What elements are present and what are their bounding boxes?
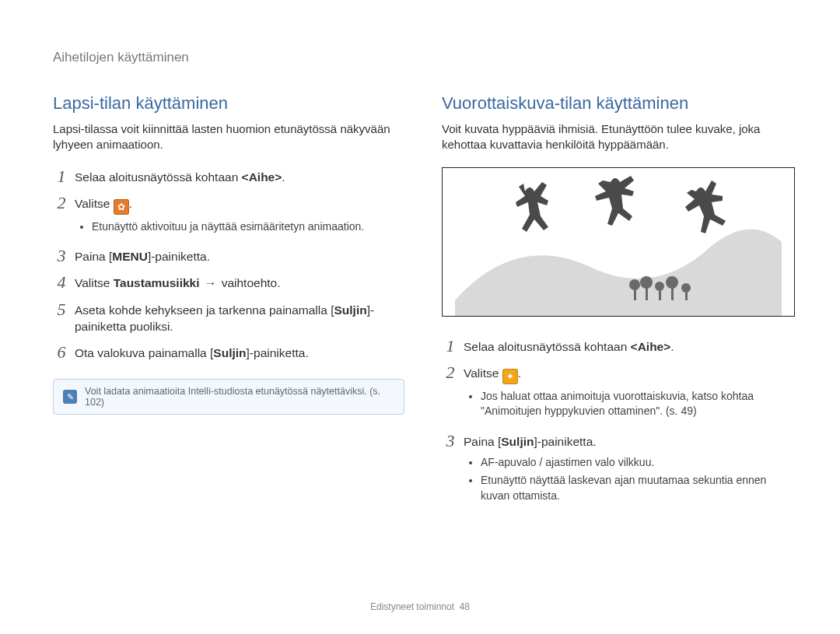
steps-list-right: 1 Selaa aloitusnäytössä kohtaan <Aihe>. … xyxy=(442,337,793,509)
step-text: Ota valokuva painamalla [Suljin]-painike… xyxy=(75,343,309,362)
step-text: Paina [MENU]-painiketta. xyxy=(75,247,210,265)
step-text-bold: <Aihe> xyxy=(242,170,282,184)
step: 2 Valitse ✦. Jos haluat ottaa animoituja… xyxy=(442,363,793,424)
step-number: 6 xyxy=(53,343,70,362)
svg-point-8 xyxy=(666,276,678,289)
section-lead-right: Voit kuvata hyppääviä ihmisiä. Etunäyttö… xyxy=(442,121,793,153)
page-footer: Edistyneet toiminnot 48 xyxy=(0,601,840,612)
step-sub-item: AF-apuvalo / ajastimen valo vilkkuu. xyxy=(481,455,793,471)
step-number: 3 xyxy=(53,247,70,265)
step-number: 3 xyxy=(442,432,459,450)
step-text: Valitse ✦. Jos haluat ottaa animoituja v… xyxy=(464,363,793,424)
step-text: Selaa aloitusnäytössä kohtaan <Aihe>. xyxy=(464,337,674,356)
note-text: Voit ladata animaatioita Intelli-studios… xyxy=(85,386,394,408)
menu-button-label: MENU xyxy=(112,250,148,263)
section-heading-left: Lapsi-tilan käyttäminen xyxy=(53,93,404,114)
step-text-pre: Selaa aloitusnäytössä kohtaan xyxy=(464,340,631,353)
step-text-bold: <Aihe> xyxy=(631,340,671,353)
step-text-pre: Ota valokuva painamalla [ xyxy=(75,346,213,359)
step-text-post: vaihtoehto. xyxy=(222,276,281,289)
step-text-post: . xyxy=(670,340,674,353)
step-text-bold: Taustamusiikki xyxy=(114,276,200,289)
step-number: 4 xyxy=(53,273,70,292)
svg-point-2 xyxy=(629,279,640,290)
step-text-pre: Valitse xyxy=(75,276,114,289)
flower-icon: ✿ xyxy=(114,199,129,215)
step: 5 Aseta kohde kehykseen ja tarkenna pain… xyxy=(53,300,404,335)
step-sublist: Etunäyttö aktivoituu ja näyttää esimääri… xyxy=(92,219,364,235)
left-column: Lapsi-tilan käyttäminen Lapsi-tilassa vo… xyxy=(53,93,404,516)
step: 3 Paina [Suljin]-painiketta. AF-apuvalo … xyxy=(442,432,793,508)
step-text-post: . xyxy=(129,197,132,210)
step-text-bold: Suljin xyxy=(501,435,534,448)
step-number: 2 xyxy=(442,363,459,382)
svg-point-4 xyxy=(640,276,653,289)
step-text-bold: Suljin xyxy=(213,346,246,359)
note-icon: ✎ xyxy=(63,390,77,404)
step-number: 1 xyxy=(53,167,70,186)
step-number: 5 xyxy=(53,300,70,319)
step: 4 Valitse Taustamusiikki → vaihtoehto. xyxy=(53,273,404,292)
jump-icon: ✦ xyxy=(502,369,518,384)
svg-point-6 xyxy=(655,282,664,291)
step-sub-item: Jos haluat ottaa animoituja vuorottaisku… xyxy=(481,389,793,419)
step-number: 2 xyxy=(53,194,70,212)
step-text-pre: Selaa aloitusnäytössä kohtaan xyxy=(75,170,242,184)
step-text: Selaa aloitusnäytössä kohtaan <Aihe>. xyxy=(75,167,285,186)
step-number: 1 xyxy=(442,337,459,356)
section-lead-left: Lapsi-tilassa voit kiinnittää lasten huo… xyxy=(53,121,404,153)
step-sub-item: Etunäyttö aktivoituu ja näyttää esimääri… xyxy=(92,219,364,235)
step: 6 Ota valokuva painamalla [Suljin]-paini… xyxy=(53,343,404,362)
step-text-pre: Aseta kohde kehykseen ja tarkenna painam… xyxy=(75,303,334,317)
step-text-pre: Paina [ xyxy=(75,250,112,263)
right-column: Vuorottaiskuva-tilan käyttäminen Voit ku… xyxy=(442,93,793,516)
section-heading-right: Vuorottaiskuva-tilan käyttäminen xyxy=(442,93,793,114)
step-text-post: ]-painiketta. xyxy=(148,250,210,263)
step-text-pre: Valitse xyxy=(464,366,502,380)
step-text: Paina [Suljin]-painiketta. AF-apuvalo / … xyxy=(464,432,793,508)
step-text-post: ]-painiketta. xyxy=(247,346,309,359)
step-sub-item: Etunäyttö näyttää laskevan ajan muutamaa… xyxy=(481,473,793,503)
step: 1 Selaa aloitusnäytössä kohtaan <Aihe>. xyxy=(53,167,404,186)
two-column-layout: Lapsi-tilan käyttäminen Lapsi-tilassa vo… xyxy=(53,93,793,516)
step-text-pre: Paina [ xyxy=(464,435,501,448)
step-sublist: Jos haluat ottaa animoituja vuorottaisku… xyxy=(481,389,793,419)
step-text-post: . xyxy=(282,170,285,184)
manual-page: Aihetilojen käyttäminen Lapsi-tilan käyt… xyxy=(0,0,840,547)
step-text: Valitse ✿. Etunäyttö aktivoituu ja näytt… xyxy=(75,194,364,240)
footer-section-label: Edistyneet toiminnot xyxy=(370,601,454,612)
breadcrumb: Aihetilojen käyttäminen xyxy=(53,50,793,65)
step-text-post: ]-painiketta. xyxy=(534,435,596,448)
step-text: Valitse Taustamusiikki → vaihtoehto. xyxy=(75,273,281,292)
arrow-icon: → xyxy=(200,276,222,289)
note-box: ✎ Voit ladata animaatioita Intelli-studi… xyxy=(53,379,404,415)
step-text: Aseta kohde kehykseen ja tarkenna painam… xyxy=(75,300,404,335)
step-text-pre: Valitse xyxy=(75,197,114,210)
svg-point-10 xyxy=(681,283,691,292)
step: 3 Paina [MENU]-painiketta. xyxy=(53,247,404,265)
step-sublist: AF-apuvalo / ajastimen valo vilkkuu. Etu… xyxy=(481,455,793,504)
step: 2 Valitse ✿. Etunäyttö aktivoituu ja näy… xyxy=(53,194,404,240)
jump-illustration xyxy=(442,167,795,317)
footer-page-number: 48 xyxy=(460,601,470,612)
step-text-post: . xyxy=(518,366,521,380)
step: 1 Selaa aloitusnäytössä kohtaan <Aihe>. xyxy=(442,337,793,356)
step-text-bold: Suljin xyxy=(334,303,366,317)
steps-list-left: 1 Selaa aloitusnäytössä kohtaan <Aihe>. … xyxy=(53,167,404,363)
